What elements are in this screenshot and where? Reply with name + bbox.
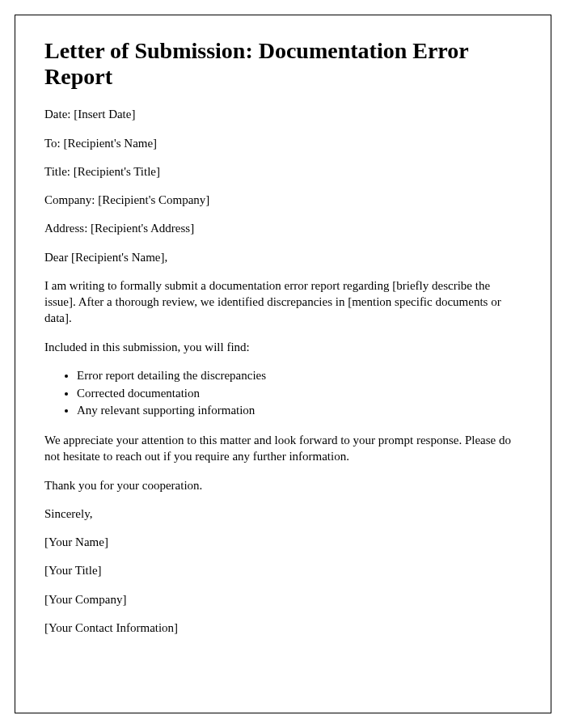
signoff-name: [Your Name] — [44, 534, 522, 550]
body-closing-2: Thank you for your cooperation. — [44, 477, 522, 493]
signoff-contact: [Your Contact Information] — [44, 620, 522, 636]
field-recipient-title: Title: [Recipient's Title] — [44, 163, 522, 180]
list-item: Error report detailing the discrepancies — [77, 367, 522, 385]
signoff-title: [Your Title] — [44, 562, 522, 578]
body-included-lead: Included in this submission, you will fi… — [44, 339, 522, 355]
signoff-sincerely: Sincerely, — [44, 506, 522, 522]
body-closing-1: We appreciate your attention to this mat… — [44, 432, 522, 465]
salutation: Dear [Recipient's Name], — [44, 249, 522, 265]
document-frame: Letter of Submission: Documentation Erro… — [15, 15, 551, 713]
body-intro: I am writing to formally submit a docume… — [44, 277, 522, 327]
list-item: Corrected documentation — [77, 385, 522, 403]
signoff-company: [Your Company] — [44, 591, 522, 607]
included-list: Error report detailing the discrepancies… — [77, 367, 522, 420]
field-to: To: [Recipient's Name] — [44, 135, 522, 151]
list-item: Any relevant supporting information — [77, 402, 522, 420]
field-date: Date: [Insert Date] — [44, 106, 522, 122]
field-address: Address: [Recipient's Address] — [44, 220, 522, 236]
document-title: Letter of Submission: Documentation Erro… — [44, 38, 522, 90]
field-company: Company: [Recipient's Company] — [44, 192, 522, 208]
